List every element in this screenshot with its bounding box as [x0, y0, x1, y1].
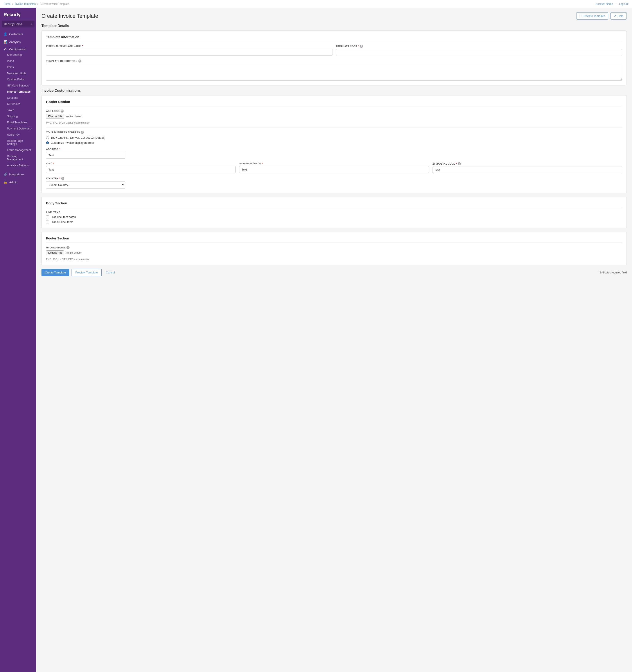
sidebar-item-email-templates[interactable]: Email Templates: [0, 119, 36, 125]
business-address-group: YOUR BUSINESS ADDRESS ? 1827 Grant St, D…: [46, 131, 622, 144]
sidebar-item-apple-pay[interactable]: Apple Pay: [0, 132, 36, 138]
sidebar-item-hosted-page-settings[interactable]: Hosted Page Settings: [0, 138, 36, 147]
line-items-checkbox-group: Hide line item dates Hide $0 line items: [46, 215, 622, 224]
logo-file-upload-row: Choose File No file chosen: [46, 114, 622, 119]
address-label: ADDRESS *: [46, 148, 622, 150]
internal-template-name-input[interactable]: [46, 49, 333, 55]
hide-zero-line-items-checkbox[interactable]: [46, 220, 49, 223]
required-note: * Indicates required field: [599, 271, 627, 274]
sidebar-item-shipping[interactable]: Shipping: [0, 113, 36, 119]
sidebar-item-coupons[interactable]: Coupons: [0, 95, 36, 101]
zip-postal-group: ZIP/POSTAL CODE * ?: [433, 162, 622, 173]
radio-default-address-input[interactable]: [46, 136, 49, 139]
sidebar-item-integrations-label: Integrations: [9, 173, 24, 176]
help-button[interactable]: ↗ Help: [610, 12, 627, 20]
breadcrumb-invoice-templates[interactable]: Invoice Templates: [15, 2, 36, 5]
state-province-input[interactable]: [239, 166, 429, 173]
sidebar-item-integrations[interactable]: 🔗 Integrations: [0, 170, 36, 178]
logo-file-hint: PNG, JPG, or GIF 256KB maximum size: [46, 121, 622, 124]
sidebar-item-payment-gateways[interactable]: Payment Gateways: [0, 125, 36, 132]
template-code-help-icon[interactable]: ?: [360, 45, 363, 48]
log-out-link[interactable]: Log Out: [619, 2, 629, 5]
sidebar-item-configuration[interactable]: ⚙ Configuration: [0, 46, 36, 52]
add-logo-label: ADD LOGO ?: [46, 110, 622, 113]
footer-file-hint: PNG, JPG, or GIF 256KB maximum size: [46, 258, 622, 261]
sidebar-account-selector[interactable]: Recurly Demo ▾: [2, 21, 34, 27]
radio-custom-address-input[interactable]: [46, 141, 49, 144]
business-address-label: YOUR BUSINESS ADDRESS ?: [46, 131, 622, 134]
breadcrumb-current: Create Invoice Template: [41, 2, 69, 5]
page-header-actions: □ Preview Template ↗ Help: [576, 12, 627, 20]
footer-file-upload-row: Choose File No file chosen: [46, 250, 622, 255]
country-group: COUNTRY * ? Select Country...: [46, 177, 622, 189]
city-label: CITY *: [46, 162, 236, 165]
main-content: Create Invoice Template □ Preview Templa…: [36, 8, 632, 672]
preview-icon: □: [580, 14, 581, 18]
header-section-card: Header Section ADD LOGO ? Choose File No…: [42, 95, 627, 193]
zip-postal-label: ZIP/POSTAL CODE * ?: [433, 162, 622, 165]
city-input[interactable]: [46, 166, 236, 173]
sidebar-item-custom-fields[interactable]: Custom Fields: [0, 76, 36, 82]
sidebar-item-admin-label: Admin: [9, 181, 17, 184]
hide-line-item-dates-label: Hide line item dates: [51, 215, 76, 219]
line-items-label: LINE ITEMS: [46, 211, 622, 214]
account-name-link[interactable]: Account Name: [595, 2, 613, 5]
template-information-card-header: Template Information: [46, 35, 622, 41]
page-header: Create Invoice Template □ Preview Templa…: [42, 12, 627, 20]
business-address-radio-group: 1827 Grant St, Denver, CO 80203 (Default…: [46, 136, 622, 144]
body-section-card: Body Section LINE ITEMS Hide line item d…: [42, 197, 627, 228]
header-section-card-title: Header Section: [46, 100, 622, 106]
add-logo-help-icon[interactable]: ?: [60, 110, 64, 113]
divider-logo-address: [46, 127, 622, 128]
sidebar: Recurly Recurly Demo ▾ 👤 Customers 📊 Ana…: [0, 8, 36, 672]
footer-section-card-title: Footer Section: [46, 236, 622, 242]
address-group: ADDRESS *: [46, 148, 622, 159]
top-nav: Home › Invoice Templates › Create Invoic…: [0, 0, 632, 8]
radio-default-address[interactable]: 1827 Grant St, Denver, CO 80203 (Default…: [46, 136, 622, 139]
sidebar-logo: Recurly: [0, 8, 36, 21]
upload-image-help-icon[interactable]: ?: [67, 246, 70, 249]
template-description-input[interactable]: [46, 64, 622, 80]
hide-line-item-dates-checkbox[interactable]: [46, 216, 49, 218]
country-help-icon[interactable]: ?: [61, 177, 64, 180]
logo-file-name: No file chosen: [65, 115, 82, 118]
sidebar-item-site-settings[interactable]: Site Settings: [0, 52, 36, 58]
hide-zero-line-items-item[interactable]: Hide $0 line items: [46, 220, 622, 224]
sidebar-item-measured-units[interactable]: Measured Units: [0, 70, 36, 76]
city-group: CITY *: [46, 162, 236, 173]
footer-section-card: Footer Section UPLOAD IMAGE ? Choose Fil…: [42, 232, 627, 265]
breadcrumb-home[interactable]: Home: [3, 2, 10, 5]
create-template-button[interactable]: Create Template: [42, 269, 69, 276]
sidebar-item-items[interactable]: Items: [0, 64, 36, 70]
preview-template-button-footer[interactable]: Preview Template: [72, 269, 101, 276]
sidebar-item-admin[interactable]: 🔒 Admin: [0, 178, 36, 186]
logo-choose-file-button[interactable]: Choose File: [46, 114, 64, 119]
template-code-input[interactable]: [336, 49, 622, 56]
sidebar-item-taxes[interactable]: Taxes: [0, 107, 36, 113]
business-address-help-icon[interactable]: ?: [81, 131, 84, 134]
sidebar-item-currencies[interactable]: Currencies: [0, 101, 36, 107]
preview-template-button-header[interactable]: □ Preview Template: [576, 12, 608, 20]
zip-postal-help-icon[interactable]: ?: [458, 162, 461, 165]
body-section-card-title: Body Section: [46, 201, 622, 208]
template-description-group: TEMPLATE DESCRIPTION ?: [46, 59, 622, 80]
sidebar-item-customers[interactable]: 👤 Customers: [0, 30, 36, 38]
zip-postal-input[interactable]: [433, 167, 622, 173]
radio-custom-address[interactable]: Customize invoice display address: [46, 141, 622, 144]
footer-choose-file-button[interactable]: Choose File: [46, 250, 64, 255]
sidebar-item-fraud-management[interactable]: Fraud Management: [0, 147, 36, 153]
analytics-icon: 📊: [3, 40, 7, 44]
sidebar-item-analytics[interactable]: 📊 Analytics: [0, 38, 36, 46]
cancel-button[interactable]: Cancel: [104, 269, 117, 276]
sidebar-item-gift-card-settings[interactable]: Gift Card Settings: [0, 82, 36, 89]
city-state-zip-row: CITY * STATE/PROVINCE * ZIP/POSTAL CODE: [46, 162, 622, 173]
hide-line-item-dates-item[interactable]: Hide line item dates: [46, 215, 622, 219]
template-description-help-icon[interactable]: ?: [78, 59, 81, 63]
sidebar-item-invoice-templates[interactable]: Invoice Templates: [0, 89, 36, 95]
country-select[interactable]: Select Country...: [46, 181, 125, 189]
breadcrumb: Home › Invoice Templates › Create Invoic…: [3, 2, 70, 5]
sidebar-item-dunning-management[interactable]: Dunning Management: [0, 153, 36, 162]
sidebar-item-plans[interactable]: Plans: [0, 58, 36, 64]
address-input[interactable]: [46, 152, 125, 159]
sidebar-item-analytics-settings[interactable]: Analytics Settings: [0, 162, 36, 169]
